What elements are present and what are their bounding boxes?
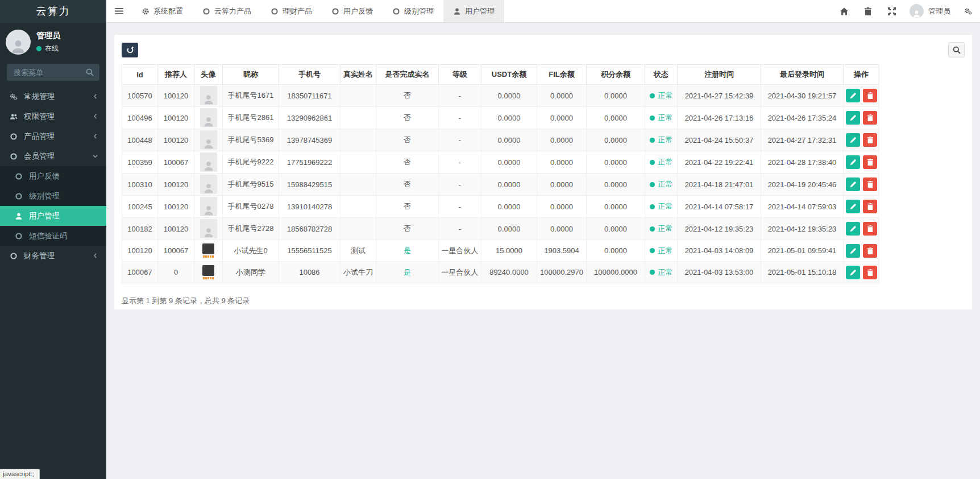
cell-last: 2021-04-14 07:59:03 [761,196,844,218]
trash-icon[interactable] [856,0,880,22]
delete-button[interactable] [863,200,877,213]
edit-button[interactable] [846,133,860,147]
home-icon[interactable] [832,0,856,22]
status-dot-icon [650,270,655,275]
sidebar-item-general[interactable]: 常规管理 [0,86,106,106]
edit-button[interactable] [846,266,860,279]
sidebar-item-permission[interactable]: 权限管理 [0,106,106,126]
cell-ops [844,174,879,196]
column-header: 手机号 [279,65,340,85]
table-search-button[interactable] [948,42,965,57]
sidebar-item-label: 会员管理 [24,151,55,162]
edit-button[interactable] [846,155,860,169]
status-badge: 正常 [650,201,673,212]
cell-last: 2021-04-26 17:35:24 [761,107,844,129]
circle-icon [9,152,18,160]
edit-button[interactable] [846,200,860,213]
cell-realname [340,218,376,240]
delete-button[interactable] [863,133,877,147]
avatar-placeholder-icon [200,152,217,172]
search-icon [953,46,961,54]
tab-feedback[interactable]: 用户反馈 [322,0,383,22]
delete-button[interactable] [863,111,877,125]
cell-referrer: 100120 [158,85,194,107]
delete-button[interactable] [863,177,877,191]
search-icon[interactable] [86,68,94,76]
sidebar-item-level[interactable]: 级别管理 [0,186,106,206]
edit-button[interactable] [846,177,860,191]
app-root: 云算力 管理员 在线 常规管理权限管理产品管理会员管理用户反馈级别管理用户管理短… [0,0,980,479]
refresh-icon [126,46,134,54]
cell-referrer: 0 [158,262,194,283]
circle-icon [392,7,400,15]
sidebar-item-user[interactable]: 用户管理 [0,206,106,226]
tab-user[interactable]: 用户管理 [443,0,504,22]
delete-button[interactable] [863,89,877,102]
sidebar-item-sms[interactable]: 短信验证码 [0,226,106,246]
chevron-down-icon [92,154,98,159]
delete-button[interactable] [863,266,877,279]
cell-fil: 100000.2970 [537,262,587,283]
navbar-right: 管理员 [832,0,980,22]
cell-status: 正常 [645,85,678,107]
cell-level: - [439,151,481,174]
cell-usdt: 0.0000 [481,151,537,174]
edit-button[interactable] [846,244,860,258]
status-label: 正常 [658,246,673,256]
cell-points: 0.0000 [587,218,645,240]
cell-id: 100570 [122,85,158,107]
brand-logo[interactable]: 云算力 [0,0,106,23]
status-dot-icon [650,182,655,187]
cell-referrer: 100120 [158,196,194,218]
status-badge: 正常 [650,224,673,234]
cell-nickname: 手机尾号2728 [223,218,279,240]
cell-reg: 2021-04-18 21:47:01 [678,174,761,196]
tab-wealth-product[interactable]: 理财产品 [261,0,322,22]
column-header: 积分余额 [587,65,645,85]
sidebar-menu: 常规管理权限管理产品管理会员管理用户反馈级别管理用户管理短信验证码财务管理 [0,86,106,266]
sidebar-item-label: 财务管理 [24,251,55,261]
edit-button[interactable] [846,222,860,236]
cell-verified: 否 [376,218,439,240]
sidebar-item-feedback[interactable]: 用户反馈 [0,166,106,186]
cell-nickname: 手机尾号1671 [223,85,279,107]
circle-icon [9,252,18,260]
refresh-button[interactable] [122,43,138,57]
cell-fil: 0.0000 [537,218,587,240]
navbar-user-menu[interactable]: 管理员 [904,0,956,22]
user-icon [453,7,461,15]
content-area: Id推荐人头像昵称手机号真实姓名是否完成实名等级USDT余额FIL余额积分余额状… [106,23,980,479]
sidebar-item-product[interactable]: 产品管理 [0,126,106,146]
cell-last: 2021-04-27 17:32:31 [761,129,844,151]
menu-search-input[interactable] [13,68,86,77]
cell-id: 100359 [122,151,158,174]
tab-level[interactable]: 级别管理 [383,0,443,22]
browser-status-tooltip: javascript:; [0,469,40,479]
cell-verified: 是 [376,240,439,262]
cell-usdt: 0.0000 [481,129,537,151]
cell-nickname: 小测同学 [223,262,279,283]
table-row: 100359100067手机尾号922217751969222否-0.00000… [122,151,879,174]
delete-button[interactable] [863,155,877,169]
status-dot-icon [650,248,655,253]
cell-avatar [194,107,223,129]
edit-button[interactable] [846,111,860,125]
delete-button[interactable] [863,244,877,258]
sidebar-item-label: 用户管理 [29,211,60,221]
tab-cloud-product[interactable]: 云算力产品 [193,0,261,22]
sidebar-toggle-button[interactable] [106,0,132,22]
cell-reg: 2021-04-26 17:13:16 [678,107,761,129]
fullscreen-icon[interactable] [880,0,904,22]
cell-reg: 2021-04-24 15:50:37 [678,129,761,151]
edit-button[interactable] [846,89,860,102]
delete-button[interactable] [863,222,877,236]
settings-gears-icon[interactable] [956,0,980,22]
cell-level: - [439,196,481,218]
cell-fil: 0.0000 [537,196,587,218]
sidebar-item-member[interactable]: 会员管理 [0,146,106,166]
table-panel: Id推荐人头像昵称手机号真实姓名是否完成实名等级USDT余额FIL余额积分余额状… [114,34,973,310]
sidebar-item-finance[interactable]: 财务管理 [0,246,106,266]
tab-system-config[interactable]: 系统配置 [132,0,193,22]
cell-level: - [439,107,481,129]
status-badge: 正常 [650,246,673,256]
